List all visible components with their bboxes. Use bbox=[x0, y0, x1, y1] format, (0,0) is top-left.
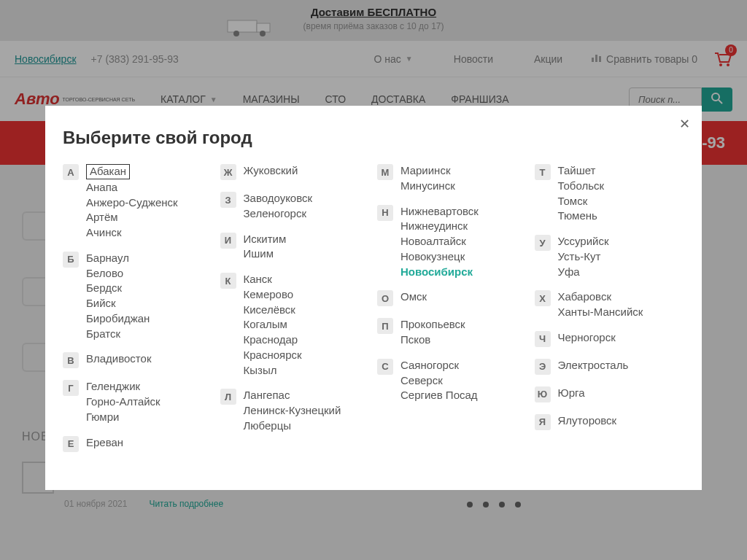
letter-badge: Ч bbox=[535, 331, 551, 347]
city-option[interactable]: Канск bbox=[244, 273, 302, 287]
letter-badge: М bbox=[377, 164, 393, 180]
city-option[interactable]: Владивосток bbox=[86, 352, 151, 366]
city-option[interactable]: Тайшет bbox=[558, 164, 605, 178]
letter-badge: И bbox=[220, 233, 236, 249]
letter-badge: Я bbox=[535, 414, 551, 430]
city-option[interactable]: Мариинск bbox=[400, 164, 455, 178]
city-option[interactable]: Заводоуковск bbox=[244, 192, 313, 206]
city-option[interactable]: Белово bbox=[86, 267, 150, 281]
city-option[interactable]: Усть-Кут bbox=[558, 250, 609, 264]
city-option[interactable]: Уссурийск bbox=[558, 235, 609, 249]
city-option[interactable]: Ялуторовск bbox=[558, 414, 617, 428]
letter-badge: А bbox=[63, 164, 79, 180]
city-option[interactable]: Ханты-Мансийск bbox=[558, 306, 643, 319]
city-option[interactable]: Саяногорск bbox=[400, 359, 478, 373]
city-option[interactable]: Артём bbox=[86, 211, 178, 225]
city-option[interactable]: Красноярск bbox=[244, 349, 302, 362]
letter-badge: С bbox=[377, 359, 393, 375]
letter-badge: Х bbox=[535, 290, 551, 306]
city-option[interactable]: Тюмень bbox=[558, 209, 605, 223]
modal-overlay[interactable]: ✕ Выберите свой город ААбаканАнапаАнжеро… bbox=[0, 0, 747, 560]
city-option[interactable]: Ленинск-Кузнецкий bbox=[244, 404, 341, 418]
city-option[interactable]: Бердск bbox=[86, 281, 150, 295]
city-option[interactable]: Прокопьевск bbox=[400, 318, 465, 332]
city-option[interactable]: Зеленогорск bbox=[244, 207, 313, 221]
city-option[interactable]: Кемерово bbox=[244, 288, 302, 302]
city-option[interactable]: Бийск bbox=[86, 297, 150, 311]
city-option[interactable]: Краснодар bbox=[244, 333, 302, 347]
letter-badge: Г bbox=[63, 380, 79, 396]
city-option[interactable]: Нижневартовск bbox=[400, 205, 479, 219]
letter-badge: З bbox=[220, 192, 236, 208]
city-option[interactable]: Омск bbox=[400, 290, 427, 304]
letter-badge: Б bbox=[63, 252, 79, 268]
city-option[interactable]: Жуковский bbox=[244, 164, 298, 178]
city-option[interactable]: Анжеро-Судженск bbox=[86, 196, 178, 210]
letter-badge: Т bbox=[535, 164, 551, 180]
city-option[interactable]: Абакан bbox=[86, 164, 130, 179]
city-option[interactable]: Ереван bbox=[86, 436, 123, 450]
letter-badge: В bbox=[63, 352, 79, 368]
city-option[interactable]: Искитим bbox=[244, 233, 287, 246]
city-option[interactable]: Когалым bbox=[244, 318, 302, 332]
city-option[interactable]: Лангепас bbox=[244, 389, 341, 402]
city-option[interactable]: Псков bbox=[400, 333, 465, 347]
letter-badge: Л bbox=[220, 389, 236, 405]
city-option[interactable]: Люберцы bbox=[244, 419, 341, 433]
city-option[interactable]: Геленджик bbox=[86, 380, 160, 394]
city-option[interactable]: Северск bbox=[400, 374, 478, 388]
city-option[interactable]: Минусинск bbox=[400, 179, 455, 193]
city-option[interactable]: Черногорск bbox=[558, 331, 616, 345]
city-option[interactable]: Юрга bbox=[558, 386, 585, 400]
city-option[interactable]: Братск bbox=[86, 327, 150, 341]
close-icon: ✕ bbox=[679, 117, 690, 131]
letter-badge: Е bbox=[63, 436, 79, 452]
letter-badge: К bbox=[220, 273, 236, 289]
letter-badge: Ж bbox=[220, 164, 236, 180]
city-option[interactable]: Кызыл bbox=[244, 364, 302, 378]
letter-badge: Ю bbox=[535, 386, 551, 402]
letter-badge: Н bbox=[377, 205, 393, 221]
city-option[interactable]: Ишим bbox=[244, 247, 287, 261]
city-option[interactable]: Нижнеудинск bbox=[400, 219, 479, 233]
city-option[interactable]: Анапа bbox=[86, 181, 178, 195]
city-option[interactable]: Новоалтайск bbox=[400, 235, 479, 249]
city-option[interactable]: Биробиджан bbox=[86, 312, 150, 326]
city-option[interactable]: Ачинск bbox=[86, 226, 178, 240]
city-option[interactable]: Сергиев Посад bbox=[400, 389, 478, 402]
city-modal: ✕ Выберите свой город ААбаканАнапаАнжеро… bbox=[45, 106, 702, 490]
city-option[interactable]: Электросталь bbox=[558, 359, 629, 373]
city-option[interactable]: Барнаул bbox=[86, 252, 150, 265]
city-option[interactable]: Томск bbox=[558, 195, 605, 209]
city-option[interactable]: Гюмри bbox=[86, 411, 160, 424]
city-option[interactable]: Горно-Алтайск bbox=[86, 395, 160, 409]
city-option[interactable]: Тобольск bbox=[558, 179, 605, 193]
city-option[interactable]: Новокузнецк bbox=[400, 250, 479, 264]
letter-badge: П bbox=[377, 318, 393, 334]
modal-title: Выберите свой город bbox=[63, 128, 684, 148]
letter-badge: Э bbox=[535, 359, 551, 375]
letter-badge: У bbox=[535, 235, 551, 251]
city-option[interactable]: Хабаровск bbox=[558, 290, 643, 304]
letter-badge: О bbox=[377, 290, 393, 306]
city-option[interactable]: Киселёвск bbox=[244, 303, 302, 317]
city-option[interactable]: Уфа bbox=[558, 265, 609, 279]
city-option[interactable]: Новосибирск bbox=[400, 265, 479, 279]
close-button[interactable]: ✕ bbox=[679, 116, 690, 132]
